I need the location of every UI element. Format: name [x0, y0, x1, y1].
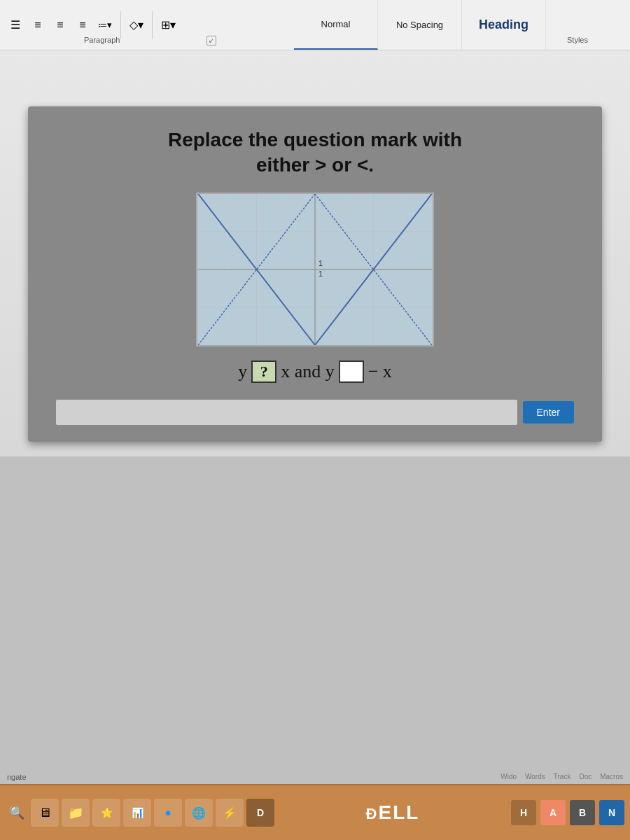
style-no-spacing-label: No Spacing [396, 20, 443, 30]
dell-logo: ĐELL [366, 802, 420, 824]
status-wido: Wido [500, 773, 517, 780]
line-spacing-dropdown[interactable]: ≔▾ [95, 15, 115, 35]
expr-y1: y [238, 361, 247, 382]
taskbar-chart-icon[interactable]: 📊 [123, 799, 151, 827]
expr-x: x and y [281, 361, 335, 382]
shading-dropdown[interactable]: ◇▾ [127, 15, 146, 35]
styles-section-label: Styles [567, 36, 588, 44]
expr-box2[interactable] [339, 360, 364, 383]
math-title: Replace the question mark with either > … [168, 127, 462, 178]
status-words: Words [525, 773, 545, 780]
status-track: Track [554, 773, 571, 780]
justify-icon[interactable]: ≡ [73, 15, 92, 35]
document-area: Replace the question mark with either > … [0, 50, 630, 456]
graph-area: 1 1 [196, 192, 434, 346]
taskbar-star-icon[interactable]: ⭐ [92, 799, 120, 827]
taskbar-h-icon[interactable]: H [511, 800, 536, 825]
taskbar-a-icon[interactable]: A [540, 800, 566, 825]
enter-button[interactable]: Enter [523, 401, 574, 424]
input-bar: Enter [56, 400, 574, 425]
taskbar: 🔍 🖥 📁 ⭐ 📊 ● 🌐 ⚡ D ĐELL H A B N [0, 784, 630, 840]
style-heading[interactable]: Heading [462, 0, 546, 50]
taskbar-browser-icon[interactable]: 🌐 [185, 799, 213, 827]
expr-box1: ? [251, 360, 276, 383]
style-no-spacing[interactable]: No Spacing [378, 0, 462, 50]
svg-text:1: 1 [318, 270, 323, 278]
ribbon-bar: ☰ ≡ ≡ ≡ ≔▾ ◇▾ ⊞▾ Normal No Spacing Headi… [0, 0, 630, 50]
style-normal[interactable]: Normal [294, 0, 378, 50]
paragraph-section-label: Paragraph [84, 36, 120, 44]
taskbar-computer-icon[interactable]: 🖥 [31, 799, 59, 827]
status-doc: Doc [579, 773, 592, 780]
align-right-icon[interactable]: ≡ [50, 15, 70, 35]
paragraph-group: ☰ ≡ ≡ ≡ ≔▾ ◇▾ ⊞▾ [0, 0, 294, 50]
taskbar-circle-icon[interactable]: ● [154, 799, 182, 827]
math-expression: y ? x and y − x [238, 360, 392, 383]
style-heading-label: Heading [479, 18, 528, 32]
graph-svg: 1 1 [197, 194, 433, 345]
navigate-label: ngate [7, 773, 27, 781]
search-taskbar-icon[interactable]: 🔍 [6, 802, 28, 824]
taskbar-right-icons: H A B N [511, 800, 624, 825]
align-left-icon[interactable]: ☰ [6, 15, 25, 35]
expr-suffix: − x [368, 361, 392, 382]
border-dropdown[interactable]: ⊞▾ [158, 15, 178, 35]
paragraph-expand-button[interactable]: ↙ [206, 36, 216, 46]
align-center-icon[interactable]: ≡ [28, 15, 48, 35]
answer-input[interactable] [56, 400, 517, 425]
style-normal-label: Normal [321, 19, 351, 29]
taskbar-center: ĐELL [277, 802, 508, 824]
taskbar-n-icon[interactable]: N [599, 800, 624, 825]
taskbar-folder-icon[interactable]: 📁 [62, 799, 90, 827]
taskbar-dell-app-icon[interactable]: D [246, 799, 274, 827]
separator-1 [120, 11, 121, 39]
math-panel: Replace the question mark with either > … [28, 106, 602, 442]
taskbar-b-icon[interactable]: B [570, 800, 595, 825]
svg-text:1: 1 [318, 259, 323, 267]
taskbar-plus-icon[interactable]: ⚡ [216, 799, 244, 827]
separator-2 [152, 11, 153, 39]
status-macros: Macros [600, 773, 623, 780]
bottom-status-bar: Wido Words Track Doc Macros [500, 773, 623, 780]
